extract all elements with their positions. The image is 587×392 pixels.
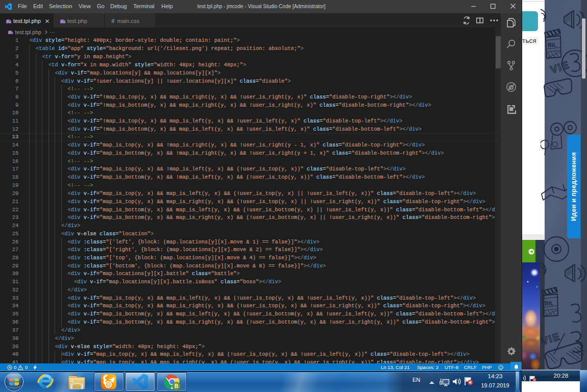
svg-text:B: B	[175, 383, 178, 389]
